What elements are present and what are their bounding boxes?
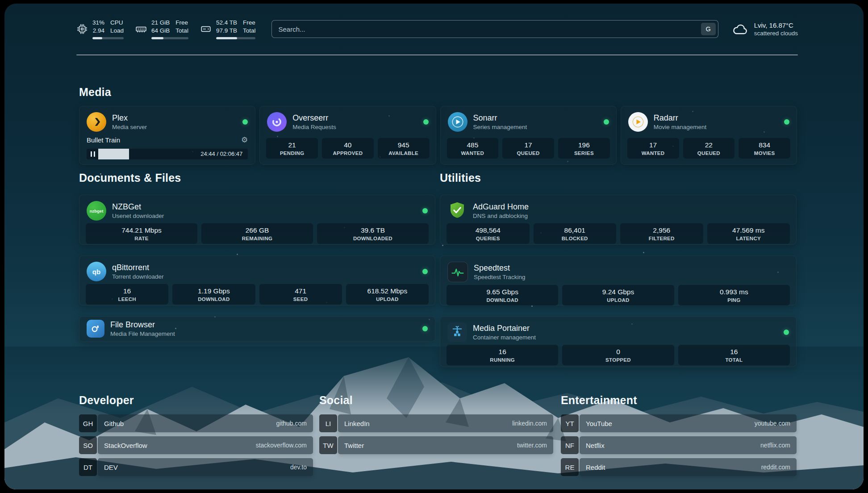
stat-box: 16 RUNNING [447,345,558,365]
bookmark-name: Reddit [586,464,605,471]
section-title-entertainment: Entertainment [561,394,637,407]
cpu-progress-bar [92,37,124,39]
weather-location-temp: Lviv, 16.87°C [754,21,798,29]
stat-box: 40 APPROVED [322,138,374,159]
service-card-plex[interactable]: Plex Media server Bullet Train ⚙ 24:44 /… [79,106,255,165]
stat-box: 498,564 QUERIES [447,223,530,244]
service-title: AdGuard Home [473,202,529,212]
memory-free-value: 21 GiB [151,19,170,27]
pause-icon[interactable] [91,151,95,157]
plex-icon [87,112,106,132]
cloud-icon [732,22,749,36]
service-card-radarr[interactable]: Radarr Movie management 17 WANTED 22 QUE… [621,106,797,165]
service-title: qBittorrent [112,263,164,273]
memory-progress-fill [151,37,163,39]
bookmark-name: Github [104,420,124,427]
service-title: Radarr [654,113,707,123]
memory-total-value: 64 GiB [151,27,170,35]
settings-gear-icon[interactable]: ⚙ [241,135,248,145]
memory-icon [135,23,147,35]
now-playing-title: Bullet Train [87,136,120,144]
search-bar[interactable]: G [271,20,718,38]
stat-box: 17 WANTED [627,138,679,159]
disk-monitor: 52.4 TB 97.9 TB Free Total [200,19,256,39]
section-title-developer: Developer [79,394,134,407]
section-title-documents: Documents & Files [79,171,181,184]
stat-box: 16 LEECH [86,284,168,305]
service-title: Sonarr [473,113,527,123]
bookmark-url: netflix.com [760,442,790,449]
service-card-qbittorrent[interactable]: qb qBittorrent Torrent downloader 16 LEE… [79,255,435,305]
bookmark-reddit[interactable]: RE Reddit reddit.com [561,458,797,476]
bookmark-abbr: YT [561,414,579,432]
memory-monitor: 21 GiB 64 GiB Free Total [135,19,188,39]
memory-progress-bar [151,37,188,39]
cpu-load-label: Load [110,27,124,35]
dashboard-frame: 31% 2.94 CPU Load [4,4,864,489]
stat-box: 618.52 Mbps UPLOAD [346,284,429,305]
stat-box: 9.65 Gbps DOWNLOAD [447,285,558,305]
search-provider-button[interactable]: G [701,23,716,35]
sonarr-icon [448,112,467,132]
service-subtitle: Usenet downloader [112,213,164,219]
cpu-icon [76,23,88,35]
stat-box: 744.21 Mbps RATE [86,223,197,244]
stat-box: 945 AVAILABLE [378,138,430,159]
service-subtitle: Media server [112,124,147,130]
bookmark-abbr: DT [79,458,97,476]
bookmark-url: youtube.com [755,420,790,427]
bookmark-name: StackOverflow [104,442,147,449]
radarr-icon [628,112,648,132]
bookmark-linkedin[interactable]: LI LinkedIn linkedin.com [319,414,553,432]
cpu-percent: 31% [92,19,104,27]
disk-progress-bar [216,37,256,39]
playback-time: 24:44 / 02:06:47 [200,150,242,157]
topbar-divider [76,54,798,55]
stat-box: 9.24 Gbps UPLOAD [562,285,674,305]
service-title: Plex [112,113,147,123]
service-card-filebrowser[interactable]: File Browser Media File Management [79,316,435,342]
bookmark-youtube[interactable]: YT YouTube youtube.com [561,414,797,432]
bookmark-column-social: LI LinkedIn linkedin.com TW Twitter twit… [319,414,553,454]
overseerr-icon [267,112,287,132]
stat-box: 1.19 Gbps DOWNLOAD [172,284,255,305]
bookmark-twitter[interactable]: TW Twitter twitter.com [319,436,553,454]
service-title: File Browser [110,320,175,330]
bookmark-abbr: NF [561,436,579,454]
service-card-speedtest[interactable]: Speedtest Speedtest Tracking 9.65 Gbps D… [440,255,797,305]
service-card-adguard[interactable]: AdGuard Home DNS and adblocking 498,564 … [440,195,797,245]
service-card-sonarr[interactable]: Sonarr Series management 485 WANTED 17 Q… [440,106,617,165]
disk-progress-fill [216,37,237,39]
section-title-utilities: Utilities [440,171,481,184]
service-card-overseerr[interactable]: Overseerr Media Requests 21 PENDING 40 A… [259,106,436,165]
cpu-progress-fill [92,37,102,39]
service-subtitle: Container management [473,334,536,341]
bookmark-name: DEV [104,464,118,471]
bookmark-abbr: GH [79,414,97,432]
service-subtitle: Media Requests [292,124,336,130]
snow-specks [4,4,6,5]
service-card-nzbget[interactable]: nzbget NZBGet Usenet downloader 744.21 M… [79,195,435,245]
media-card-row: Plex Media server Bullet Train ⚙ 24:44 /… [79,106,797,165]
cpu-label: CPU [110,19,124,27]
filebrowser-icon [87,320,104,338]
playback-progress-fill [98,149,129,159]
bookmark-url: stackoverflow.com [256,442,307,449]
service-subtitle: DNS and adblocking [473,213,529,219]
status-dot [784,330,789,335]
stat-box: 471 SEED [259,284,342,305]
bookmark-netflix[interactable]: NF Netflix netflix.com [561,436,797,454]
stat-box: 834 MOVIES [739,138,790,159]
service-card-portainer[interactable]: Media Portainer Container management 16 … [440,316,797,367]
bookmark-github[interactable]: GH Github github.com [79,414,313,432]
bookmark-stackoverflow[interactable]: SO StackOverflow stackoverflow.com [79,436,313,454]
cpu-monitor: 31% 2.94 CPU Load [76,19,124,39]
search-input[interactable] [272,25,701,33]
bookmark-dev[interactable]: DT DEV dev.to [79,458,313,476]
playback-progress-bar[interactable]: 24:44 / 02:06:47 [87,149,248,159]
disk-total-label: Total [243,27,256,35]
speedtest-icon [447,262,468,282]
service-title: Speedtest [474,263,526,273]
status-dot [422,269,428,274]
bookmark-url: linkedin.com [512,420,547,427]
